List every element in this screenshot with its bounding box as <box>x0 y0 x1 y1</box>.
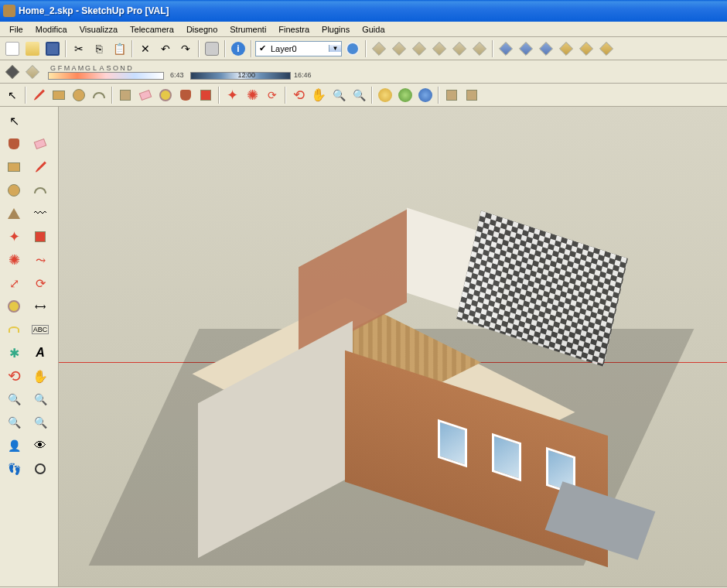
freehand-tool-icon[interactable]: 〰 <box>28 203 53 224</box>
menu-edit[interactable]: Modifica <box>29 23 73 36</box>
iso-view-icon[interactable] <box>370 39 388 58</box>
arc-tool-icon[interactable] <box>28 179 53 201</box>
tape-measure-icon[interactable] <box>156 86 175 104</box>
eraser-tool-icon[interactable] <box>136 86 155 104</box>
section-plane-icon[interactable] <box>28 458 53 480</box>
menu-file[interactable]: File <box>3 23 29 36</box>
shadow-time-noon: 12:00 <box>238 71 256 79</box>
select-tool-icon[interactable]: ↖ <box>3 86 22 104</box>
shaded-icon[interactable] <box>537 39 555 58</box>
line-tool-icon[interactable] <box>28 156 53 178</box>
select-tool-icon[interactable]: ↖ <box>2 110 26 132</box>
circle-tool-icon[interactable] <box>2 179 26 201</box>
google-earth-icon[interactable] <box>416 86 435 104</box>
move-tool-icon[interactable]: ✦ <box>2 226 26 248</box>
separator <box>218 87 220 104</box>
scale-tool-icon[interactable]: ⤢ <box>2 272 26 294</box>
orbit-tool-icon[interactable]: ⟲ <box>289 86 308 104</box>
zoom-extents-icon[interactable]: 🔍 <box>350 86 368 104</box>
orbit-tool-icon[interactable]: ⟲ <box>2 365 26 387</box>
look-around-icon[interactable]: 👁 <box>28 435 53 456</box>
xray-icon[interactable] <box>577 39 596 58</box>
right-view-icon[interactable] <box>430 39 449 58</box>
menu-help[interactable]: Guida <box>356 23 391 36</box>
protractor-icon[interactable] <box>2 319 26 340</box>
followme-tool-icon[interactable]: ⤳ <box>28 249 53 271</box>
offset-tool-icon[interactable]: ⟳ <box>28 272 53 294</box>
shaded-textures-icon[interactable] <box>557 39 575 58</box>
wireframe-icon[interactable] <box>497 39 515 58</box>
previous-view-icon[interactable]: 🔍 <box>2 412 26 433</box>
standard-toolbar: ✂ ⎘ 📋 ✕ ↶ ↷ i ✔ Layer0 ▼ <box>0 37 727 60</box>
menu-draw[interactable]: Disegno <box>180 23 224 36</box>
3d-text-tool-icon[interactable]: A <box>28 342 53 364</box>
layer-manager-icon[interactable] <box>343 39 362 58</box>
zoom-window-icon[interactable]: 🔍 <box>28 388 53 410</box>
shadow-date-slider[interactable] <box>48 72 164 80</box>
new-file-icon[interactable] <box>3 39 22 58</box>
rectangle-tool-icon[interactable] <box>2 156 26 178</box>
position-camera-icon[interactable]: 👤 <box>2 435 26 456</box>
3dwarehouse-icon[interactable] <box>442 86 461 104</box>
line-tool-icon[interactable] <box>29 86 48 104</box>
menu-view[interactable]: Visualizza <box>73 23 124 36</box>
top-view-icon[interactable] <box>390 39 408 58</box>
circle-tool-icon[interactable] <box>70 86 88 104</box>
make-component-icon[interactable] <box>116 86 135 104</box>
menu-window[interactable]: Finestra <box>272 23 316 36</box>
shadow-toggle-icon[interactable] <box>3 63 22 81</box>
dimension-tool-icon[interactable]: ⟷ <box>28 296 53 317</box>
cut-icon[interactable]: ✂ <box>70 39 88 58</box>
save-icon[interactable] <box>43 39 62 58</box>
pan-tool-icon[interactable]: ✋ <box>309 86 328 104</box>
zoom-tool-icon[interactable]: 🔍 <box>2 388 26 410</box>
open-icon[interactable] <box>23 39 42 58</box>
toggle-terrain-icon[interactable] <box>396 86 415 104</box>
shadow-settings-icon[interactable] <box>23 63 42 81</box>
next-view-icon[interactable]: 🔍 <box>28 412 53 433</box>
move-tool-icon[interactable]: ✦ <box>223 86 241 104</box>
copy-icon[interactable]: ⎘ <box>90 39 108 58</box>
left-view-icon[interactable] <box>470 39 489 58</box>
walk-tool-icon[interactable]: 👣 <box>2 458 26 480</box>
menu-camera[interactable]: Telecamera <box>124 23 180 36</box>
axes-tool-icon[interactable]: ✱ <box>2 342 26 364</box>
erase-icon[interactable]: ✕ <box>136 39 155 58</box>
3d-viewport[interactable] <box>59 107 727 586</box>
back-view-icon[interactable] <box>450 39 469 58</box>
front-view-icon[interactable] <box>410 39 428 58</box>
model-info-icon[interactable]: i <box>229 39 247 58</box>
rotate-tool-icon[interactable]: ✺ <box>2 249 26 271</box>
print-icon[interactable] <box>203 39 221 58</box>
paint-bucket-icon[interactable] <box>2 133 26 155</box>
offset-tool-icon[interactable]: ⟳ <box>263 86 282 104</box>
text-tool-icon[interactable]: ABC <box>28 319 53 340</box>
undo-icon[interactable]: ↶ <box>156 39 175 58</box>
layer-dropdown[interactable]: ✔ Layer0 ▼ <box>255 41 342 56</box>
pushpull-tool-icon[interactable] <box>28 226 53 248</box>
component-tool-icon[interactable] <box>28 110 53 132</box>
layer-selected-label: Layer0 <box>269 44 329 53</box>
separator <box>131 40 133 57</box>
share-model-icon[interactable] <box>462 86 481 104</box>
zoom-tool-icon[interactable]: 🔍 <box>329 86 348 104</box>
eraser-tool-icon[interactable] <box>28 133 53 155</box>
menu-plugins[interactable]: Plugins <box>316 23 356 36</box>
monochrome-icon[interactable] <box>597 39 616 58</box>
paste-icon[interactable]: 📋 <box>110 39 128 58</box>
menu-tools[interactable]: Strumenti <box>224 23 272 36</box>
pushpull-tool-icon[interactable] <box>196 86 215 104</box>
rectangle-tool-icon[interactable] <box>49 86 68 104</box>
paint-bucket-icon[interactable] <box>176 86 195 104</box>
separator <box>492 40 493 57</box>
hiddenline-icon[interactable] <box>517 39 535 58</box>
arc-tool-icon[interactable] <box>90 86 108 104</box>
redo-icon[interactable]: ↷ <box>176 39 195 58</box>
get-location-icon[interactable] <box>376 86 394 104</box>
polygon-tool-icon[interactable] <box>2 203 26 224</box>
pan-tool-icon[interactable]: ✋ <box>28 365 53 387</box>
tape-measure-icon[interactable] <box>2 296 26 317</box>
rotate-tool-icon[interactable]: ✺ <box>243 86 261 104</box>
shadow-toolbar: GFMAMGLASOND 6:43 12:00 16:46 <box>0 60 727 84</box>
menu-bar: File Modifica Visualizza Telecamera Dise… <box>0 22 727 37</box>
